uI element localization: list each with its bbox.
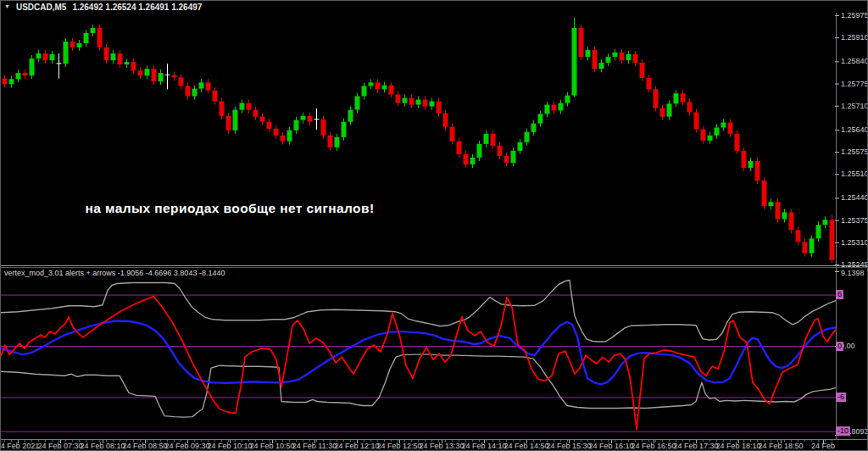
- symbol-period-label: USDCAD,M5: [16, 3, 66, 12]
- time-axis[interactable]: [1, 439, 868, 451]
- price-axis[interactable]: [836, 13, 868, 439]
- quote-ohlc-label: 1.26492 1.26524 1.26491 1.26497: [72, 3, 202, 12]
- chart-window: ▼ USDCAD,M5 1.26492 1.26524 1.26491 1.26…: [0, 0, 868, 451]
- indicator-pane[interactable]: [1, 268, 835, 439]
- main-chart-pane[interactable]: [1, 13, 835, 265]
- chart-title-bar: ▼ USDCAD,M5 1.26492 1.26524 1.26491 1.26…: [4, 2, 202, 12]
- symbol-dropdown-icon[interactable]: ▼: [4, 3, 10, 11]
